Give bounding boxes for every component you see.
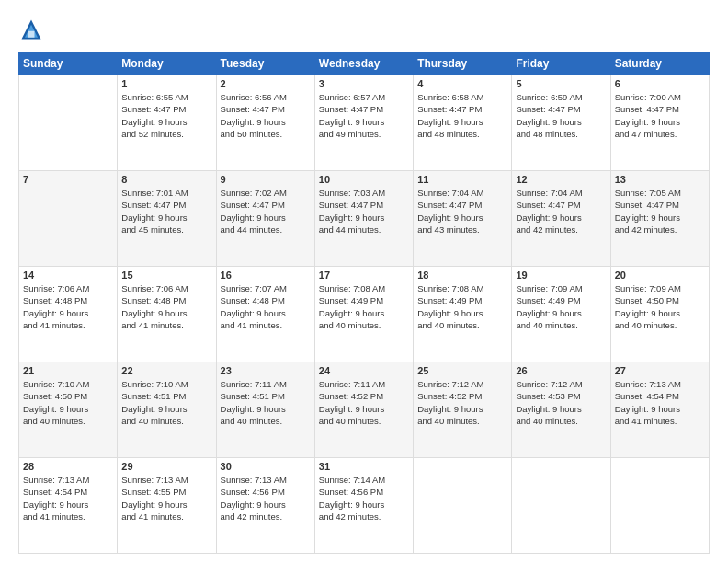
day-info: Sunrise: 7:09 AM Sunset: 4:50 PM Dayligh… xyxy=(615,282,705,331)
day-number: 23 xyxy=(221,365,311,376)
calendar-cell: 20Sunrise: 7:09 AM Sunset: 4:50 PM Dayli… xyxy=(610,267,709,362)
day-number: 4 xyxy=(417,78,507,89)
day-info: Sunrise: 7:13 AM Sunset: 4:54 PM Dayligh… xyxy=(23,474,113,523)
day-number: 8 xyxy=(121,174,211,185)
week-row-3: 14Sunrise: 7:06 AM Sunset: 4:48 PM Dayli… xyxy=(19,267,710,362)
day-header-friday: Friday xyxy=(512,52,610,75)
day-number: 16 xyxy=(221,270,311,281)
calendar-cell: 13Sunrise: 7:05 AM Sunset: 4:47 PM Dayli… xyxy=(610,171,709,267)
day-info: Sunrise: 7:09 AM Sunset: 4:49 PM Dayligh… xyxy=(516,282,606,331)
day-number: 1 xyxy=(121,78,211,89)
day-header-sunday: Sunday xyxy=(19,52,118,75)
day-info: Sunrise: 7:14 AM Sunset: 4:56 PM Dayligh… xyxy=(319,474,409,523)
week-row-2: 78Sunrise: 7:01 AM Sunset: 4:47 PM Dayli… xyxy=(19,171,710,267)
day-number: 26 xyxy=(516,365,606,376)
day-info: Sunrise: 6:58 AM Sunset: 4:47 PM Dayligh… xyxy=(417,91,507,140)
day-info: Sunrise: 7:00 AM Sunset: 4:47 PM Dayligh… xyxy=(615,91,705,140)
day-number: 14 xyxy=(23,270,113,281)
day-number: 6 xyxy=(615,78,705,89)
day-info: Sunrise: 7:07 AM Sunset: 4:48 PM Dayligh… xyxy=(221,282,311,331)
calendar-cell: 23Sunrise: 7:11 AM Sunset: 4:51 PM Dayli… xyxy=(216,362,314,458)
day-number: 27 xyxy=(615,365,705,376)
day-header-monday: Monday xyxy=(118,52,216,75)
logo xyxy=(18,17,48,42)
calendar-cell: 30Sunrise: 7:13 AM Sunset: 4:56 PM Dayli… xyxy=(216,458,314,554)
day-number: 19 xyxy=(516,270,606,281)
calendar-cell: 29Sunrise: 7:13 AM Sunset: 4:55 PM Dayli… xyxy=(118,458,216,554)
day-number: 15 xyxy=(121,270,211,281)
day-info: Sunrise: 7:02 AM Sunset: 4:47 PM Dayligh… xyxy=(221,187,311,236)
calendar-cell: 16Sunrise: 7:07 AM Sunset: 4:48 PM Dayli… xyxy=(216,267,314,362)
calendar-cell: 19Sunrise: 7:09 AM Sunset: 4:49 PM Dayli… xyxy=(512,267,610,362)
day-number: 10 xyxy=(319,174,409,185)
calendar-cell: 18Sunrise: 7:08 AM Sunset: 4:49 PM Dayli… xyxy=(414,267,512,362)
calendar-header-row: SundayMondayTuesdayWednesdayThursdayFrid… xyxy=(19,52,710,75)
calendar-cell: 10Sunrise: 7:03 AM Sunset: 4:47 PM Dayli… xyxy=(314,171,413,267)
page: SundayMondayTuesdayWednesdayThursdayFrid… xyxy=(0,0,728,563)
day-number: 12 xyxy=(516,174,606,185)
day-number: 17 xyxy=(319,270,409,281)
day-number: 21 xyxy=(23,365,113,376)
day-info: Sunrise: 6:55 AM Sunset: 4:47 PM Dayligh… xyxy=(121,91,211,140)
calendar-cell: 24Sunrise: 7:11 AM Sunset: 4:52 PM Dayli… xyxy=(314,362,413,458)
day-info: Sunrise: 6:59 AM Sunset: 4:47 PM Dayligh… xyxy=(516,91,606,140)
calendar-cell: 28Sunrise: 7:13 AM Sunset: 4:54 PM Dayli… xyxy=(19,458,118,554)
calendar-cell xyxy=(414,458,512,554)
day-info: Sunrise: 7:01 AM Sunset: 4:47 PM Dayligh… xyxy=(121,187,211,236)
day-number: 20 xyxy=(615,270,705,281)
day-info: Sunrise: 7:10 AM Sunset: 4:50 PM Dayligh… xyxy=(23,378,113,427)
day-header-tuesday: Tuesday xyxy=(216,52,314,75)
svg-rect-2 xyxy=(28,31,35,38)
calendar-cell: 2Sunrise: 6:56 AM Sunset: 4:47 PM Daylig… xyxy=(216,75,314,171)
day-info: Sunrise: 7:11 AM Sunset: 4:51 PM Dayligh… xyxy=(221,378,311,427)
day-number: 30 xyxy=(221,461,311,472)
calendar-cell: 26Sunrise: 7:12 AM Sunset: 4:53 PM Dayli… xyxy=(512,362,610,458)
calendar-cell: 1Sunrise: 6:55 AM Sunset: 4:47 PM Daylig… xyxy=(118,75,216,171)
day-number: 24 xyxy=(319,365,409,376)
day-info: Sunrise: 7:04 AM Sunset: 4:47 PM Dayligh… xyxy=(516,187,606,236)
calendar-cell: 12Sunrise: 7:04 AM Sunset: 4:47 PM Dayli… xyxy=(512,171,610,267)
calendar-cell: 15Sunrise: 7:06 AM Sunset: 4:48 PM Dayli… xyxy=(118,267,216,362)
calendar-cell: 3Sunrise: 6:57 AM Sunset: 4:47 PM Daylig… xyxy=(314,75,413,171)
day-number: 28 xyxy=(23,461,113,472)
calendar-cell: 27Sunrise: 7:13 AM Sunset: 4:54 PM Dayli… xyxy=(610,362,709,458)
day-number: 25 xyxy=(417,365,507,376)
day-info: Sunrise: 7:13 AM Sunset: 4:54 PM Dayligh… xyxy=(615,378,705,427)
day-number: 9 xyxy=(221,174,311,185)
week-row-4: 21Sunrise: 7:10 AM Sunset: 4:50 PM Dayli… xyxy=(19,362,710,458)
day-info: Sunrise: 7:03 AM Sunset: 4:47 PM Dayligh… xyxy=(319,187,409,236)
calendar-cell: 7 xyxy=(19,171,118,267)
logo-icon xyxy=(18,17,44,42)
calendar: SundayMondayTuesdayWednesdayThursdayFrid… xyxy=(18,52,710,554)
calendar-cell: 17Sunrise: 7:08 AM Sunset: 4:49 PM Dayli… xyxy=(314,267,413,362)
header xyxy=(18,17,710,42)
day-number: 22 xyxy=(121,365,211,376)
day-info: Sunrise: 7:12 AM Sunset: 4:53 PM Dayligh… xyxy=(516,378,606,427)
calendar-cell: 5Sunrise: 6:59 AM Sunset: 4:47 PM Daylig… xyxy=(512,75,610,171)
day-header-thursday: Thursday xyxy=(414,52,512,75)
day-info: Sunrise: 7:06 AM Sunset: 4:48 PM Dayligh… xyxy=(23,282,113,331)
calendar-cell: 21Sunrise: 7:10 AM Sunset: 4:50 PM Dayli… xyxy=(19,362,118,458)
day-info: Sunrise: 7:08 AM Sunset: 4:49 PM Dayligh… xyxy=(417,282,507,331)
day-info: Sunrise: 6:56 AM Sunset: 4:47 PM Dayligh… xyxy=(221,91,311,140)
day-info: Sunrise: 7:11 AM Sunset: 4:52 PM Dayligh… xyxy=(319,378,409,427)
calendar-cell xyxy=(610,458,709,554)
calendar-cell: 4Sunrise: 6:58 AM Sunset: 4:47 PM Daylig… xyxy=(414,75,512,171)
day-number: 5 xyxy=(516,78,606,89)
day-number: 31 xyxy=(319,461,409,472)
day-header-saturday: Saturday xyxy=(610,52,709,75)
calendar-cell: 25Sunrise: 7:12 AM Sunset: 4:52 PM Dayli… xyxy=(414,362,512,458)
day-number: 2 xyxy=(221,78,311,89)
day-info: Sunrise: 7:05 AM Sunset: 4:47 PM Dayligh… xyxy=(615,187,705,236)
day-info: Sunrise: 7:06 AM Sunset: 4:48 PM Dayligh… xyxy=(121,282,211,331)
day-number: 7 xyxy=(23,174,113,185)
day-number: 18 xyxy=(417,270,507,281)
day-info: Sunrise: 7:12 AM Sunset: 4:52 PM Dayligh… xyxy=(417,378,507,427)
day-info: Sunrise: 7:10 AM Sunset: 4:51 PM Dayligh… xyxy=(121,378,211,427)
day-info: Sunrise: 7:13 AM Sunset: 4:55 PM Dayligh… xyxy=(121,474,211,523)
calendar-cell: 31Sunrise: 7:14 AM Sunset: 4:56 PM Dayli… xyxy=(314,458,413,554)
day-number: 29 xyxy=(121,461,211,472)
calendar-cell xyxy=(19,75,118,171)
week-row-1: 1Sunrise: 6:55 AM Sunset: 4:47 PM Daylig… xyxy=(19,75,710,171)
calendar-cell: 14Sunrise: 7:06 AM Sunset: 4:48 PM Dayli… xyxy=(19,267,118,362)
